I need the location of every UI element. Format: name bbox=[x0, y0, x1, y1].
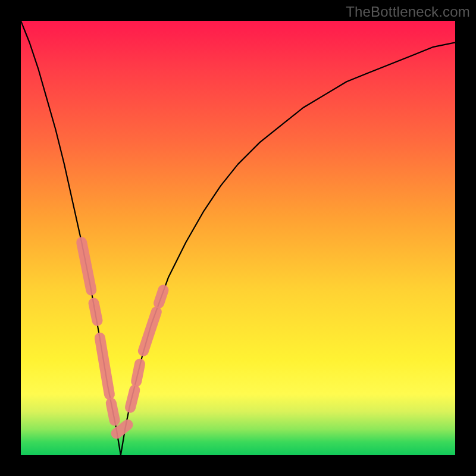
overlay-segment-3 bbox=[111, 403, 115, 420]
outer-frame: TheBottleneck.com bbox=[0, 0, 476, 476]
overlay-segment-5 bbox=[130, 390, 134, 408]
plot-area bbox=[21, 21, 455, 455]
overlay-segment-2 bbox=[100, 338, 109, 394]
watermark-text: TheBottleneck.com bbox=[346, 4, 470, 20]
chart-svg bbox=[21, 21, 455, 455]
overlay-segment-6 bbox=[136, 364, 140, 381]
overlay-segment-4 bbox=[117, 425, 128, 434]
datapoint-overlay bbox=[82, 242, 163, 433]
bottleneck-curve bbox=[21, 21, 455, 455]
overlay-segment-0 bbox=[82, 242, 91, 290]
overlay-segment-7 bbox=[143, 312, 156, 351]
overlay-segment-8 bbox=[159, 290, 163, 303]
overlay-segment-1 bbox=[94, 303, 98, 321]
